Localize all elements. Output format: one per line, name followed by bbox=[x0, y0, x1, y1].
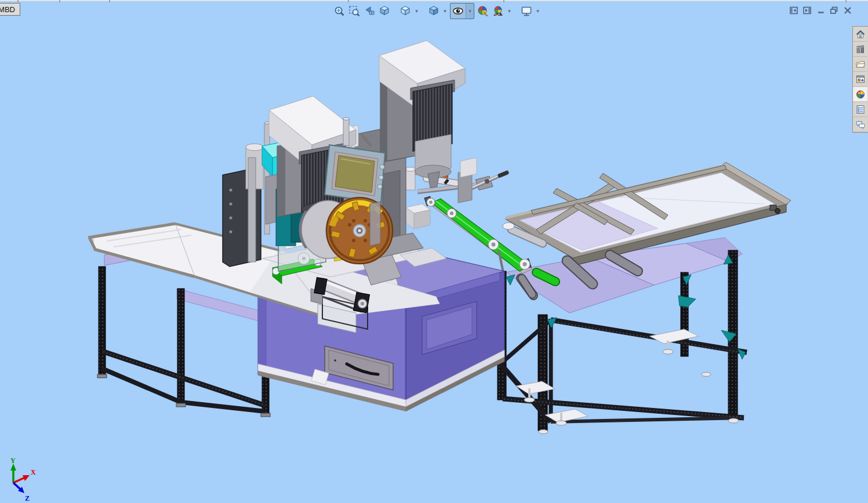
triad-y-label: Y bbox=[10, 457, 16, 465]
graphics-viewport[interactable]: Y X Z bbox=[0, 0, 868, 503]
triad-z-label: Z bbox=[25, 494, 30, 502]
rotary-indexer[interactable] bbox=[300, 198, 393, 264]
triad-x-label: X bbox=[31, 468, 36, 476]
press-motor-right bbox=[411, 80, 455, 188]
solidworks-window: { "window": { "mbd_tab_label": "MBD" }, … bbox=[0, 0, 868, 503]
coordinate-triad[interactable]: Y X Z bbox=[10, 457, 36, 502]
